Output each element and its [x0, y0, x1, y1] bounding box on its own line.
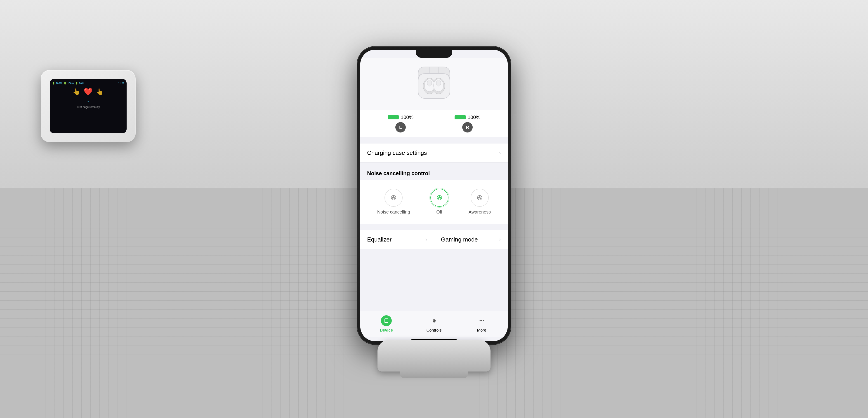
device-arrow-icon: ↓: [87, 97, 90, 103]
device-gesture-row: 👆 ❤️ 👆: [72, 88, 104, 96]
nav-icon-more: [476, 315, 487, 326]
nav-icon-more-container: [476, 315, 488, 326]
charging-case-settings-row[interactable]: Charging case settings ›: [360, 144, 508, 163]
svg-point-20: [386, 322, 386, 323]
controls-icon-svg: [431, 318, 437, 324]
more-icon-svg: [479, 318, 485, 324]
battery-fill-right: [455, 116, 465, 119]
device-batt-r-icon: 🔋: [64, 82, 67, 84]
nav-item-more[interactable]: More: [458, 315, 505, 333]
settings-list: Charging case settings ›: [360, 144, 508, 163]
nc-option-off[interactable]: Off: [426, 186, 453, 217]
earbuds-hero: [360, 58, 508, 110]
battery-pct-right: 100%: [468, 114, 480, 120]
smart-device-area: 🔋 100% 🔋 100% 🔋 90% 11:27 👆 ❤️ 👆: [27, 63, 140, 153]
device-batt-case: 🔋 90%: [75, 82, 84, 84]
svg-rect-19: [385, 319, 388, 322]
battery-item-left: 100% L: [388, 114, 413, 133]
gesture-swipe-icon: 👆: [72, 88, 81, 96]
svg-point-6: [436, 80, 441, 86]
equalizer-chevron: ›: [425, 236, 427, 243]
app-content: 100% L 100%: [360, 58, 508, 311]
nc-icon-noise-svg: [390, 194, 398, 202]
nc-icon-awareness-svg: [475, 194, 484, 202]
nc-label-noise: Noise cancelling: [377, 209, 410, 215]
nav-icon-controls-container: [428, 315, 440, 326]
device-screen-label: Turn page remotely: [76, 105, 100, 109]
noise-control-section: Noise cancelling Off: [360, 180, 508, 224]
nc-section-header: Noise cancelling control: [360, 166, 508, 180]
device-batt-case-icon: 🔋: [75, 82, 78, 84]
device-icon-svg: [383, 318, 389, 324]
smart-device-body: 🔋 100% 🔋 100% 🔋 90% 11:27 👆 ❤️ 👆: [41, 70, 135, 142]
gaming-mode-row[interactable]: Gaming mode ›: [434, 230, 508, 249]
svg-point-4: [427, 80, 432, 86]
nc-label-awareness: Awareness: [469, 209, 491, 215]
nc-options: Noise cancelling Off: [363, 184, 505, 219]
wireless-charging-stand: [377, 340, 491, 372]
section-divider-3: [360, 224, 508, 227]
battery-item-right: 100% R: [455, 114, 480, 133]
svg-point-17: [479, 197, 480, 198]
battery-pct-left: 100%: [401, 114, 413, 120]
battery-bar-left: [388, 115, 399, 119]
equalizer-label: Equalizer: [367, 236, 392, 243]
svg-point-13: [438, 197, 440, 199]
battery-section: 100% L 100%: [360, 110, 508, 137]
battery-bar-row-right: 100%: [455, 114, 480, 120]
equalizer-row[interactable]: Equalizer ›: [360, 230, 434, 249]
device-status-row: 🔋 100% 🔋 100% 🔋 90% 11:27: [52, 82, 124, 84]
device-batt-case-pct: 90%: [79, 82, 84, 84]
nav-item-controls[interactable]: Controls: [410, 315, 458, 333]
device-batt-l-icon: 🔋: [52, 82, 55, 84]
battery-fill-left: [388, 116, 399, 119]
nc-label-off: Off: [436, 209, 442, 215]
nav-icon-controls: [429, 315, 439, 326]
section-divider-1: [360, 137, 508, 140]
smart-device-screen: 🔋 100% 🔋 100% 🔋 90% 11:27 👆 ❤️ 👆: [50, 79, 127, 133]
svg-point-22: [481, 320, 482, 321]
charging-case-label: Charging case settings: [367, 149, 427, 156]
nc-option-awareness[interactable]: Awareness: [464, 186, 495, 217]
bottom-nav: Device Controls: [360, 311, 508, 337]
phone-screen: 100% L 100%: [360, 50, 508, 341]
phone-stand-wrapper: 100% L 100%: [357, 46, 511, 372]
nc-option-noise-cancelling[interactable]: Noise cancelling: [373, 186, 415, 217]
device-batt-l: 🔋 100%: [52, 82, 62, 84]
nav-label-controls: Controls: [426, 328, 441, 333]
nav-label-more: More: [477, 328, 486, 333]
device-batt-l-pct: 100%: [56, 82, 62, 84]
heart-icon: ❤️: [84, 88, 93, 96]
gaming-mode-label: Gaming mode: [441, 236, 478, 243]
earbud-label-right: R: [462, 122, 473, 133]
nav-label-device: Device: [380, 328, 393, 333]
svg-point-23: [483, 320, 484, 321]
nc-icon-ring-noise: [384, 189, 403, 207]
two-col-row: Equalizer › Gaming mode ›: [360, 230, 508, 249]
nc-icon-ring-off: [430, 189, 448, 207]
device-batt-r: 🔋 100%: [64, 82, 74, 84]
section-divider-2: [360, 163, 508, 166]
svg-point-11: [393, 197, 394, 198]
battery-bar-right: [455, 115, 466, 119]
earbuds-image: [411, 65, 457, 105]
gaming-mode-chevron: ›: [499, 236, 501, 243]
nav-icon-device-container: [380, 315, 392, 326]
nav-icon-device: [381, 315, 392, 326]
svg-point-21: [479, 320, 480, 321]
phone-device: 100% L 100%: [357, 46, 511, 344]
device-batt-r-pct: 100%: [67, 82, 74, 84]
battery-bar-row-left: 100%: [388, 114, 413, 120]
nc-icon-ring-awareness: [471, 189, 489, 207]
charging-case-chevron: ›: [499, 149, 501, 156]
earbud-label-left: L: [395, 122, 406, 133]
nc-icon-off-svg: [435, 194, 443, 202]
gesture-tap-icon: 👆: [96, 88, 104, 96]
nav-item-device[interactable]: Device: [363, 315, 410, 333]
dynamic-island: [416, 50, 452, 58]
device-time: 11:27: [118, 82, 124, 84]
svg-point-12: [437, 196, 442, 200]
svg-point-14: [439, 197, 440, 198]
